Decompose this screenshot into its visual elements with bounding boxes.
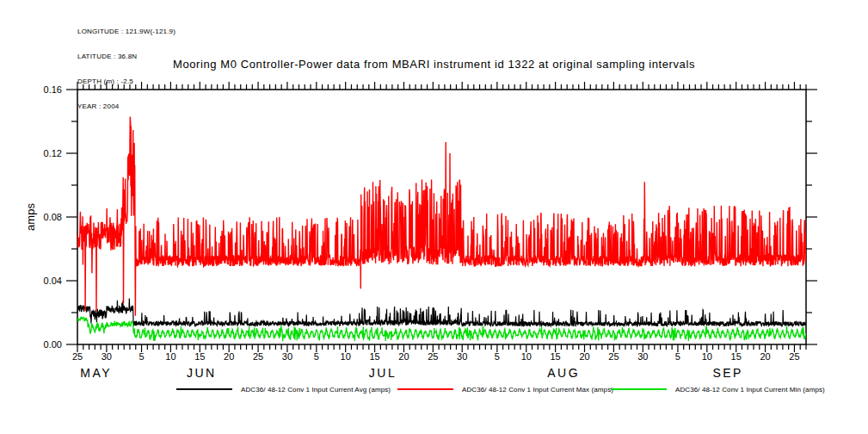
x-axis-day-label: 20 bbox=[224, 351, 234, 362]
month-label: MAY bbox=[80, 366, 112, 380]
y-axis-tick-label: 0.00 bbox=[44, 339, 62, 350]
chart-page: LONGITUDE : 121.9W(-121.9) LATITUDE : 36… bbox=[0, 0, 868, 434]
x-axis-day-label: 30 bbox=[637, 351, 648, 362]
x-axis-day-label: 30 bbox=[282, 351, 292, 362]
legend-item-avg: ADC36/ 48-12 Conv 1 Input Current Avg (a… bbox=[176, 382, 391, 396]
legend-item-min: ADC36/ 48-12 Conv 1 Input Current Min (a… bbox=[611, 382, 825, 396]
month-label: AUG bbox=[547, 366, 580, 380]
x-axis-labels: 2530510152025305101520253051015202530510… bbox=[72, 351, 800, 380]
month-label: JUL bbox=[369, 366, 397, 380]
x-axis-day-label: 15 bbox=[194, 351, 205, 362]
legend: ADC36/ 48-12 Conv 1 Input Current Avg (a… bbox=[0, 382, 868, 398]
legend-line-min bbox=[611, 388, 667, 390]
x-axis-day-label: 10 bbox=[165, 351, 175, 362]
legend-line-avg bbox=[176, 388, 232, 390]
series-max-line bbox=[77, 117, 806, 316]
x-axis-day-label: 5 bbox=[675, 351, 680, 362]
month-label: SEP bbox=[712, 366, 743, 380]
plot-canvas: 0.000.040.080.120.16amps2530510152025305… bbox=[0, 0, 868, 434]
legend-label-min: ADC36/ 48-12 Conv 1 Input Current Min (a… bbox=[675, 386, 825, 394]
x-axis-day-label: 15 bbox=[731, 351, 742, 362]
series-avg-line bbox=[77, 298, 806, 326]
x-axis-day-label: 30 bbox=[457, 351, 467, 362]
x-axis-day-label: 25 bbox=[72, 351, 83, 362]
x-axis-day-label: 15 bbox=[551, 351, 561, 362]
x-axis-day-label: 25 bbox=[789, 351, 799, 362]
y-axis-tick-label: 0.16 bbox=[44, 84, 62, 95]
x-axis-day-label: 10 bbox=[341, 351, 351, 362]
legend-item-max: ADC36/ 48-12 Conv 1 Input Current Max (a… bbox=[397, 382, 613, 396]
y-axis-tick-label: 0.04 bbox=[44, 276, 62, 286]
x-axis-day-label: 10 bbox=[702, 351, 712, 362]
x-axis-day-label: 25 bbox=[608, 351, 619, 362]
x-axis-day-label: 5 bbox=[495, 351, 500, 362]
legend-label-max: ADC36/ 48-12 Conv 1 Input Current Max (a… bbox=[462, 386, 613, 394]
x-axis-day-label: 15 bbox=[369, 351, 379, 362]
x-axis-day-label: 25 bbox=[428, 351, 438, 362]
x-axis-day-label: 5 bbox=[314, 351, 319, 362]
y-axis-labels: 0.000.040.080.120.16amps bbox=[24, 84, 62, 350]
y-axis-tick-label: 0.12 bbox=[44, 148, 62, 158]
month-label: JUN bbox=[187, 366, 217, 380]
legend-label-avg: ADC36/ 48-12 Conv 1 Input Current Avg (a… bbox=[241, 386, 391, 394]
x-axis-day-label: 10 bbox=[521, 351, 532, 362]
x-axis-day-label: 20 bbox=[760, 351, 770, 362]
y-axis-tick-label: 0.08 bbox=[44, 212, 62, 222]
x-axis-day-label: 20 bbox=[579, 351, 589, 362]
x-axis-day-label: 5 bbox=[139, 351, 144, 362]
legend-line-max bbox=[397, 388, 453, 390]
x-axis-day-label: 20 bbox=[398, 351, 409, 362]
x-axis-day-label: 25 bbox=[253, 351, 263, 362]
x-axis-day-label: 30 bbox=[102, 351, 112, 362]
y-axis-title: amps bbox=[24, 203, 37, 231]
